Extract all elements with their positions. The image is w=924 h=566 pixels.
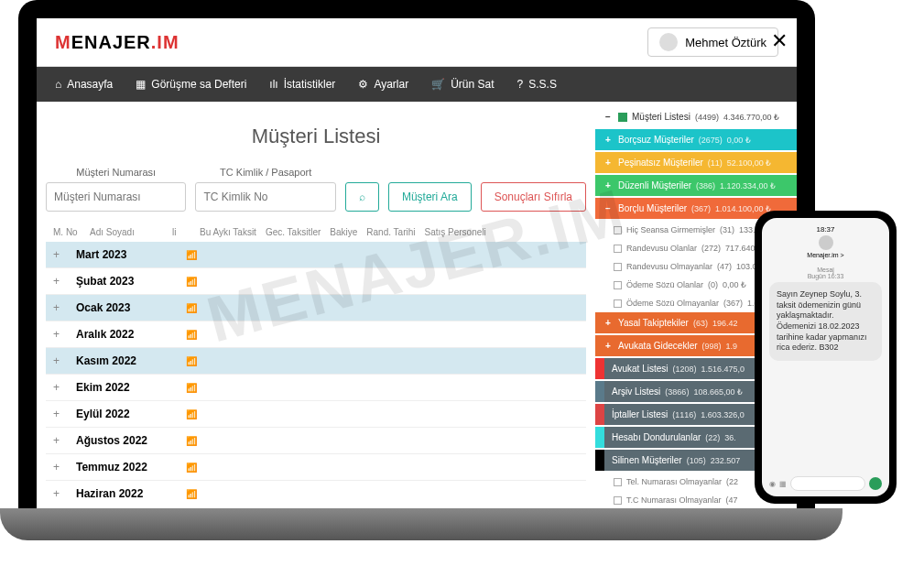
table-body: +Mart 2023📶+Şubat 2023📶+Ocak 2023📶+Aralı…: [46, 242, 586, 505]
signal-icon: 📶: [186, 436, 197, 446]
nav-item[interactable]: ⚙Ayarlar: [358, 78, 408, 91]
main-nav: ⌂Anasayfa▦Görüşme sa Defteriılıİstatisti…: [37, 67, 797, 102]
tc-label: TC Kimlik / Pasaport: [195, 167, 335, 178]
signal-icon: 📶: [186, 277, 197, 287]
customer-number-input[interactable]: [46, 182, 186, 212]
avatar: [659, 33, 678, 51]
expand-icon[interactable]: +: [53, 328, 67, 341]
sms-message: Sayın Zeynep Soylu, 3. taksit ödemenizin…: [769, 282, 882, 361]
signal-icon: 📶: [186, 409, 197, 419]
nav-item[interactable]: ⌂Anasayfa: [55, 78, 113, 91]
table-row[interactable]: +Eylül 2022📶: [46, 401, 586, 428]
expand-icon[interactable]: +: [53, 275, 67, 288]
table-row[interactable]: +Aralık 2022📶: [46, 321, 586, 348]
table-row[interactable]: +Şubat 2023📶: [46, 268, 586, 295]
logo: MENAJER.IM: [55, 32, 179, 53]
table-row[interactable]: +Ekim 2022📶: [46, 375, 586, 401]
nav-icon: ?: [517, 78, 524, 91]
expand-icon[interactable]: +: [53, 301, 67, 314]
signal-icon: 📶: [186, 489, 197, 499]
table-row[interactable]: +Mart 2023📶: [46, 242, 586, 268]
search-icon-button[interactable]: ⌕: [345, 182, 379, 212]
signal-icon: 📶: [186, 250, 197, 260]
nav-item[interactable]: ?S.S.S: [517, 78, 557, 91]
user-chip[interactable]: Mehmet Öztürk: [647, 27, 778, 57]
message-input[interactable]: [790, 476, 865, 491]
nav-item[interactable]: 🛒Ürün Sat: [431, 78, 494, 91]
nav-icon: ⚙: [358, 78, 368, 91]
signal-icon: 📶: [186, 356, 197, 366]
reset-button[interactable]: Sonuçları Sıfırla: [481, 182, 586, 212]
table-row[interactable]: +Haziran 2022📶: [46, 481, 586, 505]
expand-icon[interactable]: +: [53, 461, 67, 473]
contact-avatar-icon: [819, 235, 833, 250]
header: MENAJER.IM Mehmet Öztürk: [37, 18, 797, 67]
tc-input[interactable]: [195, 182, 335, 212]
filter-root[interactable]: − Müşteri Listesi (4499) 4.346.770,00 ₺: [595, 106, 797, 127]
page-title: Müşteri Listesi: [46, 125, 586, 148]
expand-icon[interactable]: +: [53, 248, 67, 261]
phone-time: 18:37: [769, 225, 882, 234]
expand-icon[interactable]: +: [53, 354, 67, 367]
send-icon[interactable]: [869, 477, 882, 490]
user-name: Mehmet Öztürk: [685, 36, 766, 49]
nav-item[interactable]: ▦Görüşme sa Defteri: [136, 78, 246, 91]
nav-icon: 🛒: [431, 78, 445, 91]
search-button[interactable]: Müşteri Ara: [388, 182, 472, 212]
signal-icon: 📶: [186, 463, 197, 473]
expand-icon[interactable]: +: [53, 487, 67, 500]
camera-icon[interactable]: ◉: [769, 480, 776, 488]
table-row[interactable]: +Ağustos 2022📶: [46, 428, 586, 454]
nav-item[interactable]: ılıİstatistikler: [269, 78, 335, 91]
filter-item[interactable]: +Peşinatsız Müşteriler (11) 52.100,00 ₺: [595, 152, 797, 173]
expand-icon[interactable]: +: [53, 434, 67, 447]
search-row: Müşteri Numarası TC Kimlik / Pasaport ⌕ …: [46, 167, 586, 212]
expand-icon[interactable]: +: [53, 381, 67, 394]
phone-mockup: 18:37 Menajer.im > Mesaj Bugün 16:33 Say…: [755, 211, 897, 504]
content-left: Müşteri Listesi Müşteri Numarası TC Kiml…: [37, 102, 595, 505]
table-row[interactable]: +Ocak 2023📶: [46, 295, 586, 321]
sms-timestamp: Mesaj Bugün 16:33: [769, 264, 882, 282]
phone-screen: 18:37 Menajer.im > Mesaj Bugün 16:33 Say…: [762, 218, 889, 496]
laptop-base: [0, 508, 842, 540]
table-header: M. NoAdı SoyadıliBu Aykı TaksitGec. Taks…: [46, 223, 586, 242]
app-screen: MENAJER.IM MENAJER.IM Mehmet Öztürk ✕ ⌂A…: [37, 18, 797, 513]
table-row[interactable]: +Kasım 2022📶: [46, 348, 586, 375]
nav-icon: ılı: [269, 78, 277, 91]
laptop-frame: MENAJER.IM MENAJER.IM Mehmet Öztürk ✕ ⌂A…: [18, 0, 815, 531]
signal-icon: 📶: [186, 330, 197, 340]
phone-contact: Menajer.im >: [769, 235, 882, 258]
nav-icon: ▦: [136, 78, 146, 91]
expand-icon[interactable]: +: [53, 408, 67, 420]
close-icon[interactable]: ✕: [771, 29, 788, 53]
appstore-icon[interactable]: ▦: [779, 480, 787, 488]
signal-icon: 📶: [186, 383, 197, 393]
customer-number-label: Müşteri Numarası: [46, 167, 186, 178]
nav-icon: ⌂: [55, 78, 61, 91]
table-row[interactable]: +Temmuz 2022📶: [46, 454, 586, 481]
main-area: Müşteri Listesi Müşteri Numarası TC Kiml…: [37, 102, 797, 505]
signal-icon: 📶: [186, 303, 197, 313]
filter-item[interactable]: +Düzenli Müşteriler (386) 1.120.334,00 ₺: [595, 175, 797, 196]
phone-input-bar: ◉ ▦: [769, 476, 882, 491]
filter-item[interactable]: +Borçsuz Müşteriler (2675) 0,00 ₺: [595, 129, 797, 150]
